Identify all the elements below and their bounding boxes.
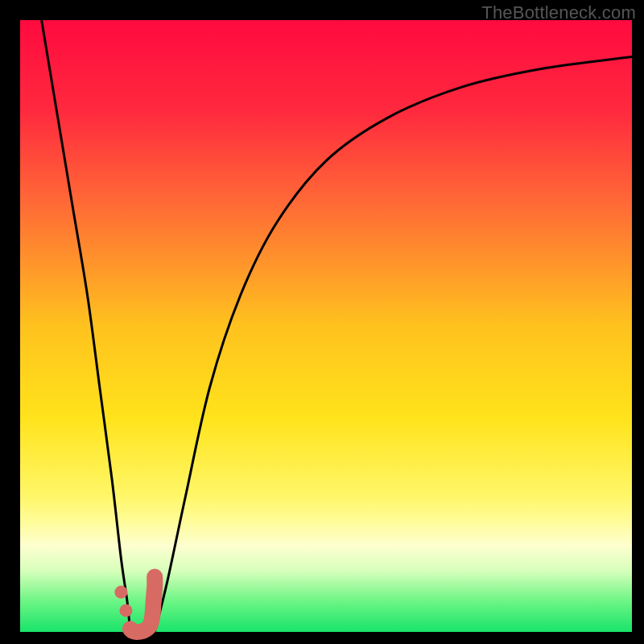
chart-svg — [0, 0, 644, 644]
dot-upper — [114, 586, 127, 599]
watermark-text: TheBottleneck.com — [481, 2, 636, 23]
plot-background — [20, 20, 632, 632]
dot-lower — [119, 604, 132, 617]
chart-container: TheBottleneck.com — [0, 0, 644, 644]
